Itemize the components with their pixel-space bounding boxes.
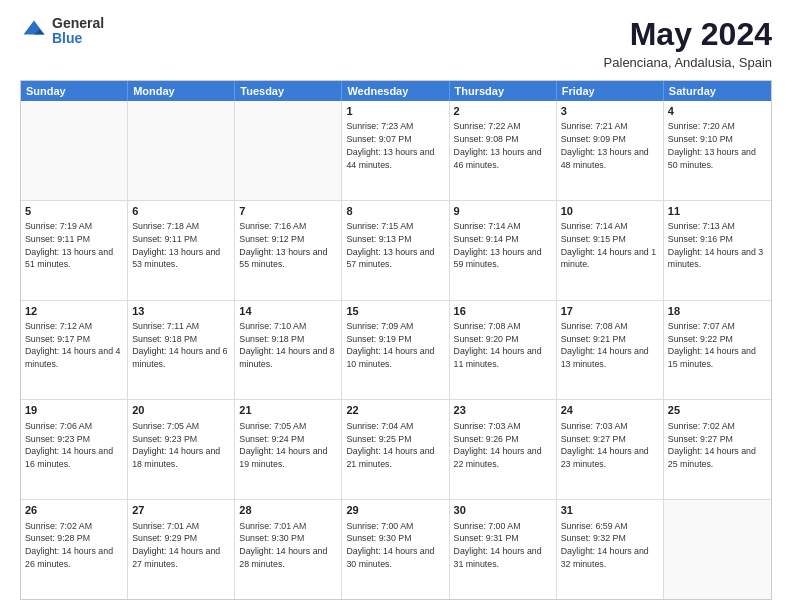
cell-info: Sunrise: 7:12 AMSunset: 9:17 PMDaylight:… (25, 320, 123, 371)
calendar-cell: 21Sunrise: 7:05 AMSunset: 9:24 PMDayligh… (235, 400, 342, 499)
calendar-cell: 17Sunrise: 7:08 AMSunset: 9:21 PMDayligh… (557, 301, 664, 400)
logo-general: General (52, 16, 104, 31)
calendar-cell: 20Sunrise: 7:05 AMSunset: 9:23 PMDayligh… (128, 400, 235, 499)
calendar-cell: 26Sunrise: 7:02 AMSunset: 9:28 PMDayligh… (21, 500, 128, 599)
weekday-header: Friday (557, 81, 664, 101)
calendar-cell: 30Sunrise: 7:00 AMSunset: 9:31 PMDayligh… (450, 500, 557, 599)
cell-info: Sunrise: 7:14 AMSunset: 9:14 PMDaylight:… (454, 220, 552, 271)
calendar-cell: 28Sunrise: 7:01 AMSunset: 9:30 PMDayligh… (235, 500, 342, 599)
day-number: 20 (132, 403, 230, 418)
calendar-cell: 14Sunrise: 7:10 AMSunset: 9:18 PMDayligh… (235, 301, 342, 400)
cell-info: Sunrise: 7:05 AMSunset: 9:23 PMDaylight:… (132, 420, 230, 471)
calendar-cell: 3Sunrise: 7:21 AMSunset: 9:09 PMDaylight… (557, 101, 664, 200)
title-location: Palenciana, Andalusia, Spain (604, 55, 772, 70)
calendar-cell: 15Sunrise: 7:09 AMSunset: 9:19 PMDayligh… (342, 301, 449, 400)
calendar-body: 1Sunrise: 7:23 AMSunset: 9:07 PMDaylight… (21, 101, 771, 599)
calendar-cell: 5Sunrise: 7:19 AMSunset: 9:11 PMDaylight… (21, 201, 128, 300)
calendar-cell: 1Sunrise: 7:23 AMSunset: 9:07 PMDaylight… (342, 101, 449, 200)
day-number: 6 (132, 204, 230, 219)
cell-info: Sunrise: 7:05 AMSunset: 9:24 PMDaylight:… (239, 420, 337, 471)
title-block: May 2024 Palenciana, Andalusia, Spain (604, 16, 772, 70)
calendar-header: SundayMondayTuesdayWednesdayThursdayFrid… (21, 81, 771, 101)
calendar-cell: 7Sunrise: 7:16 AMSunset: 9:12 PMDaylight… (235, 201, 342, 300)
calendar-cell: 23Sunrise: 7:03 AMSunset: 9:26 PMDayligh… (450, 400, 557, 499)
day-number: 31 (561, 503, 659, 518)
cell-info: Sunrise: 7:00 AMSunset: 9:30 PMDaylight:… (346, 520, 444, 571)
calendar-cell (128, 101, 235, 200)
weekday-header: Thursday (450, 81, 557, 101)
calendar-cell: 16Sunrise: 7:08 AMSunset: 9:20 PMDayligh… (450, 301, 557, 400)
day-number: 10 (561, 204, 659, 219)
calendar-cell: 12Sunrise: 7:12 AMSunset: 9:17 PMDayligh… (21, 301, 128, 400)
cell-info: Sunrise: 7:14 AMSunset: 9:15 PMDaylight:… (561, 220, 659, 271)
cell-info: Sunrise: 7:13 AMSunset: 9:16 PMDaylight:… (668, 220, 767, 271)
day-number: 27 (132, 503, 230, 518)
day-number: 25 (668, 403, 767, 418)
cell-info: Sunrise: 7:01 AMSunset: 9:30 PMDaylight:… (239, 520, 337, 571)
day-number: 26 (25, 503, 123, 518)
cell-info: Sunrise: 7:06 AMSunset: 9:23 PMDaylight:… (25, 420, 123, 471)
cell-info: Sunrise: 7:23 AMSunset: 9:07 PMDaylight:… (346, 120, 444, 171)
cell-info: Sunrise: 7:04 AMSunset: 9:25 PMDaylight:… (346, 420, 444, 471)
calendar-row: 1Sunrise: 7:23 AMSunset: 9:07 PMDaylight… (21, 101, 771, 200)
calendar-row: 12Sunrise: 7:12 AMSunset: 9:17 PMDayligh… (21, 300, 771, 400)
logo-icon (20, 17, 48, 45)
weekday-header: Tuesday (235, 81, 342, 101)
cell-info: Sunrise: 7:10 AMSunset: 9:18 PMDaylight:… (239, 320, 337, 371)
weekday-header: Saturday (664, 81, 771, 101)
calendar-cell: 6Sunrise: 7:18 AMSunset: 9:11 PMDaylight… (128, 201, 235, 300)
calendar-cell: 24Sunrise: 7:03 AMSunset: 9:27 PMDayligh… (557, 400, 664, 499)
calendar-cell: 11Sunrise: 7:13 AMSunset: 9:16 PMDayligh… (664, 201, 771, 300)
calendar-cell: 29Sunrise: 7:00 AMSunset: 9:30 PMDayligh… (342, 500, 449, 599)
cell-info: Sunrise: 7:19 AMSunset: 9:11 PMDaylight:… (25, 220, 123, 271)
day-number: 24 (561, 403, 659, 418)
calendar-cell: 25Sunrise: 7:02 AMSunset: 9:27 PMDayligh… (664, 400, 771, 499)
cell-info: Sunrise: 7:03 AMSunset: 9:26 PMDaylight:… (454, 420, 552, 471)
cell-info: Sunrise: 7:03 AMSunset: 9:27 PMDaylight:… (561, 420, 659, 471)
day-number: 28 (239, 503, 337, 518)
day-number: 21 (239, 403, 337, 418)
calendar-cell: 19Sunrise: 7:06 AMSunset: 9:23 PMDayligh… (21, 400, 128, 499)
calendar-cell (21, 101, 128, 200)
calendar-cell: 22Sunrise: 7:04 AMSunset: 9:25 PMDayligh… (342, 400, 449, 499)
cell-info: Sunrise: 7:02 AMSunset: 9:28 PMDaylight:… (25, 520, 123, 571)
calendar-cell: 4Sunrise: 7:20 AMSunset: 9:10 PMDaylight… (664, 101, 771, 200)
day-number: 17 (561, 304, 659, 319)
day-number: 1 (346, 104, 444, 119)
calendar-cell: 18Sunrise: 7:07 AMSunset: 9:22 PMDayligh… (664, 301, 771, 400)
day-number: 4 (668, 104, 767, 119)
day-number: 30 (454, 503, 552, 518)
day-number: 22 (346, 403, 444, 418)
day-number: 15 (346, 304, 444, 319)
day-number: 13 (132, 304, 230, 319)
weekday-header: Monday (128, 81, 235, 101)
calendar-cell: 8Sunrise: 7:15 AMSunset: 9:13 PMDaylight… (342, 201, 449, 300)
day-number: 29 (346, 503, 444, 518)
cell-info: Sunrise: 7:20 AMSunset: 9:10 PMDaylight:… (668, 120, 767, 171)
cell-info: Sunrise: 7:21 AMSunset: 9:09 PMDaylight:… (561, 120, 659, 171)
page: General Blue May 2024 Palenciana, Andalu… (0, 0, 792, 612)
calendar-cell: 27Sunrise: 7:01 AMSunset: 9:29 PMDayligh… (128, 500, 235, 599)
cell-info: Sunrise: 7:00 AMSunset: 9:31 PMDaylight:… (454, 520, 552, 571)
title-month: May 2024 (604, 16, 772, 53)
calendar-cell: 9Sunrise: 7:14 AMSunset: 9:14 PMDaylight… (450, 201, 557, 300)
day-number: 7 (239, 204, 337, 219)
cell-info: Sunrise: 7:22 AMSunset: 9:08 PMDaylight:… (454, 120, 552, 171)
day-number: 19 (25, 403, 123, 418)
calendar: SundayMondayTuesdayWednesdayThursdayFrid… (20, 80, 772, 600)
logo-blue: Blue (52, 31, 104, 46)
weekday-header: Wednesday (342, 81, 449, 101)
cell-info: Sunrise: 7:15 AMSunset: 9:13 PMDaylight:… (346, 220, 444, 271)
cell-info: Sunrise: 7:11 AMSunset: 9:18 PMDaylight:… (132, 320, 230, 371)
day-number: 9 (454, 204, 552, 219)
day-number: 8 (346, 204, 444, 219)
day-number: 2 (454, 104, 552, 119)
day-number: 5 (25, 204, 123, 219)
day-number: 12 (25, 304, 123, 319)
logo-text: General Blue (52, 16, 104, 47)
header: General Blue May 2024 Palenciana, Andalu… (20, 16, 772, 70)
day-number: 14 (239, 304, 337, 319)
calendar-cell: 31Sunrise: 6:59 AMSunset: 9:32 PMDayligh… (557, 500, 664, 599)
weekday-header: Sunday (21, 81, 128, 101)
cell-info: Sunrise: 7:01 AMSunset: 9:29 PMDaylight:… (132, 520, 230, 571)
